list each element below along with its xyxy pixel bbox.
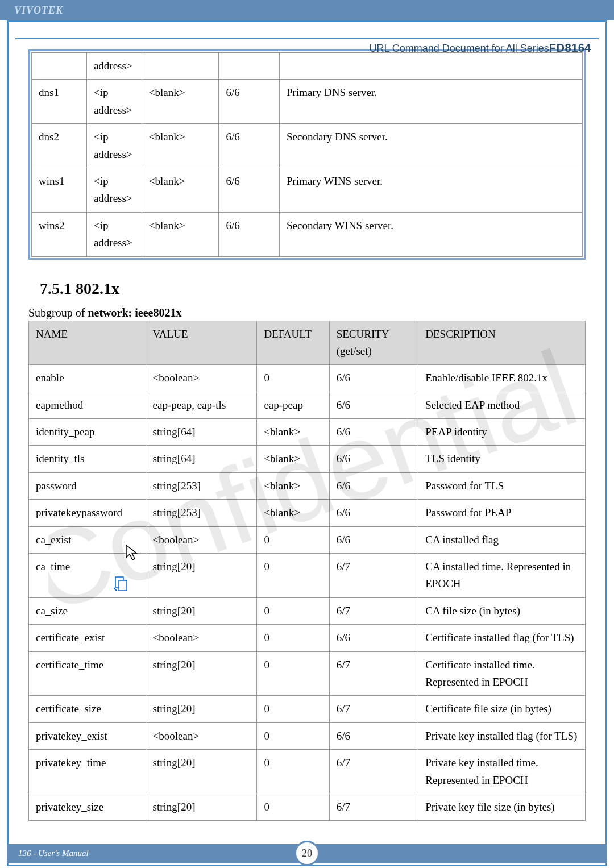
table-cell: 0 (257, 696, 329, 722)
table-cell: string[20] (146, 651, 257, 696)
table-cell: 0 (257, 365, 329, 392)
table-cell: <blank> (257, 500, 329, 526)
table-cell: <boolean> (146, 526, 257, 553)
table-cell: 6/6 (219, 80, 280, 124)
col-value: VALUE (146, 321, 257, 365)
table-cell: <ip address> (86, 124, 142, 168)
table-cell: 0 (257, 750, 329, 794)
table-cell: 0 (257, 526, 329, 553)
table-cell: 0 (257, 597, 329, 624)
table-cell: 6/6 (329, 446, 418, 472)
subgroup-line: Subgroup of network: ieee8021x (28, 306, 586, 319)
table-cell: <boolean> (146, 365, 257, 392)
table-cell: 0 (257, 625, 329, 651)
table-cell: Password for TLS (418, 472, 586, 499)
table1-border: address>dns1<ip address><blank>6/6Primar… (28, 49, 586, 260)
table-cell: <blank> (142, 212, 219, 256)
table-row: certificate_exist<boolean>06/6Certificat… (29, 625, 586, 651)
col-default: DEFAULT (257, 321, 329, 365)
subgroup-prefix: Subgroup of (28, 306, 88, 319)
table-cell: string[20] (146, 597, 257, 624)
table-cell: <ip address> (86, 168, 142, 212)
table-cell: 6/7 (329, 651, 418, 696)
table-cell: enable (29, 365, 146, 392)
page-border: URL Command Document for All SeriesFD816… (7, 20, 607, 866)
table-cell: Primary DNS server. (280, 80, 583, 124)
table-row: privatekeypasswordstring[253]<blank>6/6P… (29, 500, 586, 526)
table-cell: string[253] (146, 472, 257, 499)
table-cell: certificate_time (29, 651, 146, 696)
table-cell: 6/7 (329, 554, 418, 598)
table-cell: <blank> (142, 124, 219, 168)
url-command-title: URL Command Document for All SeriesFD816… (369, 41, 591, 55)
table-cell: dns1 (32, 80, 87, 124)
table-cell: string[20] (146, 750, 257, 794)
table-cell: 6/6 (329, 392, 418, 418)
footer-left-text: 136 - User's Manual (18, 849, 89, 858)
table-cell: 0 (257, 651, 329, 696)
table-cell: identity_peap (29, 419, 146, 446)
table-row: passwordstring[253]<blank>6/6Password fo… (29, 472, 586, 499)
table-cell: 6/6 (329, 722, 418, 749)
url-cmd-prefix: URL Command Document for All Series (369, 43, 549, 54)
table-cell: privatekey_exist (29, 722, 146, 749)
table-row: address> (32, 53, 583, 80)
table-cell: password (29, 472, 146, 499)
table-row: wins1<ip address><blank>6/6Primary WINS … (32, 168, 583, 212)
table-cell: 0 (257, 722, 329, 749)
table-cell: dns2 (32, 124, 87, 168)
table-row: ca_timestring[20]06/7CA installed time. … (29, 554, 586, 598)
table-cell: 0 (257, 554, 329, 598)
table-cell: 6/7 (329, 750, 418, 794)
table-cell: Primary WINS server. (280, 168, 583, 212)
table-cell: <blank> (142, 80, 219, 124)
table-cell: eap-peap (257, 392, 329, 418)
subgroup-name: network: ieee8021x (88, 306, 181, 319)
table-cell: string[20] (146, 794, 257, 820)
table-cell: Private key installed time. Represented … (418, 750, 586, 794)
table-cell: Secondary WINS server. (280, 212, 583, 256)
table-row: certificate_timestring[20]06/7Certificat… (29, 651, 586, 696)
table-cell: Certificate file size (in bytes) (418, 696, 586, 722)
section-heading: 7.5.1 802.1x (40, 280, 586, 298)
table-cell (142, 53, 219, 80)
table-cell: PEAP identity (418, 419, 586, 446)
table-cell: certificate_size (29, 696, 146, 722)
col-name: NAME (29, 321, 146, 365)
table-cell: <blank> (257, 446, 329, 472)
table-cell: 6/7 (329, 597, 418, 624)
table-cell: 6/6 (219, 124, 280, 168)
table-cell: 6/6 (329, 526, 418, 553)
col-description: DESCRIPTION (418, 321, 586, 365)
table-row: ca_exist<boolean>06/6CA installed flag (29, 526, 586, 553)
table-cell: Enable/disable IEEE 802.1x (418, 365, 586, 392)
table-cell: string[64] (146, 419, 257, 446)
table-cell: string[20] (146, 696, 257, 722)
table-cell: 6/7 (329, 696, 418, 722)
table-cell (280, 53, 583, 80)
table-cell: address> (86, 53, 142, 80)
table-cell: 6/6 (329, 625, 418, 651)
table-cell: <boolean> (146, 722, 257, 749)
table-cell: Private key installed flag (for TLS) (418, 722, 586, 749)
table-cell: wins1 (32, 168, 87, 212)
table-cell: Password for PEAP (418, 500, 586, 526)
table-row: privatekey_timestring[20]06/7Private key… (29, 750, 586, 794)
ieee8021x-table: NAME VALUE DEFAULT SECURITY (get/set) DE… (28, 321, 586, 821)
table-cell: ca_size (29, 597, 146, 624)
table-cell: Private key file size (in bytes) (418, 794, 586, 820)
table-cell: <boolean> (146, 625, 257, 651)
table-row: certificate_sizestring[20]06/7Certificat… (29, 696, 586, 722)
table-cell: privatekey_time (29, 750, 146, 794)
table-cell: TLS identity (418, 446, 586, 472)
table-cell (219, 53, 280, 80)
table-cell: certificate_exist (29, 625, 146, 651)
table-row: privatekey_sizestring[20]06/7Private key… (29, 794, 586, 820)
table-row: identity_tlsstring[64]<blank>6/6TLS iden… (29, 446, 586, 472)
footer-band: 136 - User's Manual 20 (7, 844, 607, 863)
table-cell: string[253] (146, 500, 257, 526)
table-cell: CA installed time. Represented in EPOCH (418, 554, 586, 598)
vivotek-logo: VIVOTEK (14, 5, 63, 16)
model-number: FD8164 (549, 41, 591, 54)
table-row: identity_peapstring[64]<blank>6/6PEAP id… (29, 419, 586, 446)
